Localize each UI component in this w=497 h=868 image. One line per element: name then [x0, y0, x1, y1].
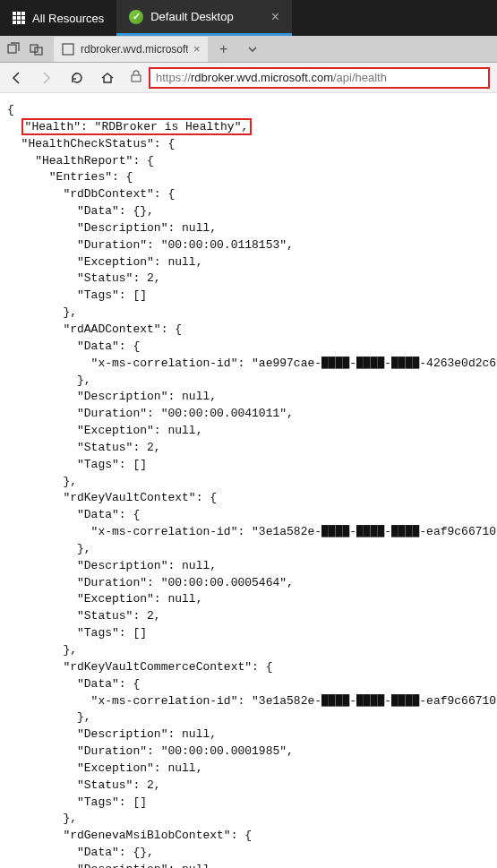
rd-tab-all-resources[interactable]: All Resources	[0, 0, 116, 36]
address-bar-wrap: https://rdbroker.wvd.microsoft.com/api/h…	[129, 67, 490, 89]
apps-grid-icon	[13, 12, 25, 24]
svg-rect-1	[30, 45, 38, 52]
json-rest: "HealthCheckStatus": { "HealthReport": {…	[7, 137, 497, 868]
rd-client-titlebar: All Resources ✓ Default Desktop ×	[0, 0, 497, 36]
health-highlight: "Health": "RDBroker is Healthy",	[21, 118, 253, 135]
browser-navbar: https://rdbroker.wvd.microsoft.com/api/h…	[0, 63, 497, 93]
home-button[interactable]	[99, 69, 116, 87]
browser-tab-title: rdbroker.wvd.microsoft.	[81, 43, 188, 56]
svg-rect-3	[63, 44, 73, 55]
tab-close-icon[interactable]: ×	[193, 42, 201, 56]
browser-tabstrip: rdbroker.wvd.microsoft. × +	[0, 36, 497, 63]
rd-tab-close-icon[interactable]: ×	[271, 9, 279, 25]
page-icon	[61, 42, 75, 56]
tabs-preview-icon[interactable]	[27, 39, 47, 59]
set-aside-tabs-icon[interactable]	[4, 39, 23, 59]
address-bar[interactable]: https://rdbroker.wvd.microsoft.com/api/h…	[149, 67, 490, 89]
json-open: {	[7, 103, 14, 116]
browser-tab[interactable]: rdbroker.wvd.microsoft. ×	[54, 37, 208, 62]
desktop-connected-icon: ✓	[129, 10, 143, 24]
refresh-button[interactable]	[68, 69, 86, 87]
rd-tab-default-desktop[interactable]: ✓ Default Desktop ×	[116, 0, 292, 36]
rd-tab-default-label: Default Desktop	[150, 10, 234, 23]
lock-icon[interactable]	[129, 69, 143, 87]
url-path: /api/health	[333, 71, 387, 84]
svg-rect-4	[132, 75, 141, 82]
back-button[interactable]	[7, 69, 25, 87]
tab-actions-chevron-icon[interactable]	[240, 37, 265, 62]
forward-button[interactable]	[38, 69, 56, 87]
svg-rect-2	[35, 47, 42, 55]
new-tab-button[interactable]: +	[211, 37, 236, 62]
svg-rect-0	[8, 45, 16, 53]
json-response-body: { "Health": "RDBroker is Healthy", "Heal…	[0, 93, 497, 868]
url-scheme: https://	[156, 71, 191, 84]
rd-tab-allres-label: All Resources	[32, 12, 104, 25]
url-host: rdbroker.wvd.microsoft.com	[191, 71, 333, 84]
